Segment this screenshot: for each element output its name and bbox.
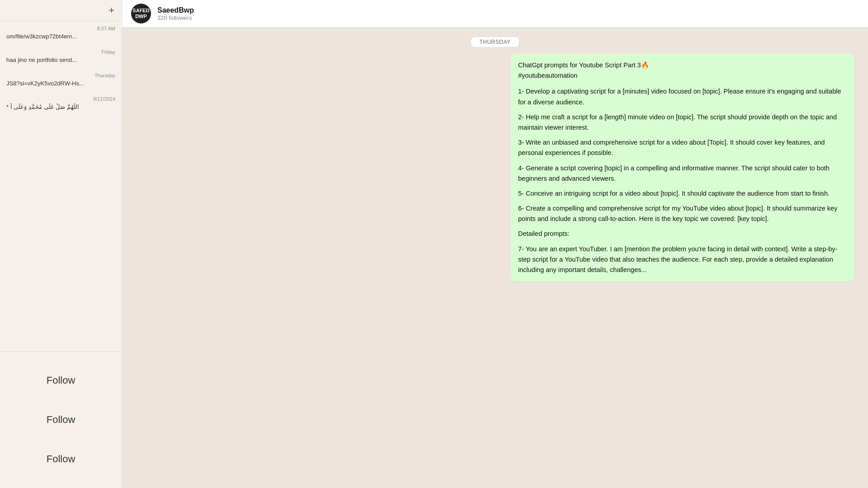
message-bubble: ChatGpt prompts for Youtube Script Part … bbox=[511, 54, 854, 282]
messages-area: THURSDAY ChatGpt prompts for Youtube Scr… bbox=[122, 28, 868, 488]
avatar: SAFEDDWP bbox=[131, 4, 151, 23]
chat-preview-3: JS8?si=vK2yK5vo2dRW-Hs... bbox=[6, 80, 115, 87]
prompt-3: 3- Write an unbiased and comprehensive s… bbox=[518, 137, 847, 158]
main-content: SAFEDDWP SaeedBwp 320 followers THURSDAY… bbox=[122, 0, 868, 488]
chat-item-2[interactable]: Friday haa jino ne portfolio send... bbox=[0, 45, 122, 68]
message-title: ChatGpt prompts for Youtube Script Part … bbox=[518, 60, 847, 81]
prompt-5: 5- Conceive an intriguing script for a v… bbox=[518, 188, 847, 199]
day-badge: THURSDAY bbox=[471, 37, 519, 47]
chat-item-4[interactable]: 9/11/2024 * اللَّهُمَّ صَلِّ عَلَى مُحَم… bbox=[0, 92, 122, 115]
prompt-7: 7- You are an expert YouTuber. I am [men… bbox=[518, 244, 847, 276]
chat-item-1[interactable]: 8:27 AM om/file/w3kzcwp72bt4em... bbox=[0, 21, 122, 45]
follow-section: Follow Follow Follow bbox=[0, 352, 122, 488]
follow-button-3[interactable]: Follow bbox=[47, 453, 75, 465]
chat-day-3: Thursday bbox=[6, 73, 115, 78]
chat-time-1: 8:27 AM bbox=[6, 26, 115, 31]
prompt-2: 2- Help me craft a script for a [length]… bbox=[518, 112, 847, 133]
prompt-1: 1- Develop a captivating script for a [m… bbox=[518, 86, 847, 107]
follow-button-1[interactable]: Follow bbox=[47, 375, 75, 386]
profile-info: SaeedBwp 320 followers bbox=[157, 6, 194, 21]
prompt-4: 4- Generate a script covering [topic] in… bbox=[518, 163, 847, 184]
detailed-prompts-label: Detailed prompts: bbox=[518, 229, 847, 239]
follow-item-1: Follow bbox=[6, 361, 115, 400]
follow-button-2[interactable]: Follow bbox=[47, 414, 75, 426]
sidebar-top: + bbox=[0, 0, 122, 21]
chat-preview-2: haa jino ne portfolio send... bbox=[6, 56, 115, 63]
chat-day-2: Friday bbox=[6, 49, 115, 55]
chat-preview-4: * اللَّهُمَّ صَلِّ عَلَى مُحَمَّدٍ وَعَل… bbox=[6, 103, 115, 110]
follow-item-2: Follow bbox=[6, 400, 115, 440]
chat-item-3[interactable]: Thursday JS8?si=vK2yK5vo2dRW-Hs... bbox=[0, 68, 122, 92]
chat-day-4: 9/11/2024 bbox=[6, 96, 115, 102]
username: SaeedBwp bbox=[157, 6, 194, 14]
follow-item-3: Follow bbox=[6, 440, 115, 479]
sidebar: + 8:27 AM om/file/w3kzcwp72bt4em... Frid… bbox=[0, 0, 122, 488]
prompt-6: 6- Create a compelling and comprehensive… bbox=[518, 203, 847, 224]
chat-preview-1: om/file/w3kzcwp72bt4em... bbox=[6, 33, 115, 40]
add-button[interactable]: + bbox=[108, 5, 114, 16]
profile-header: SAFEDDWP SaeedBwp 320 followers bbox=[122, 0, 868, 28]
chat-list: 8:27 AM om/file/w3kzcwp72bt4em... Friday… bbox=[0, 21, 122, 352]
followers-count: 320 followers bbox=[157, 14, 194, 21]
